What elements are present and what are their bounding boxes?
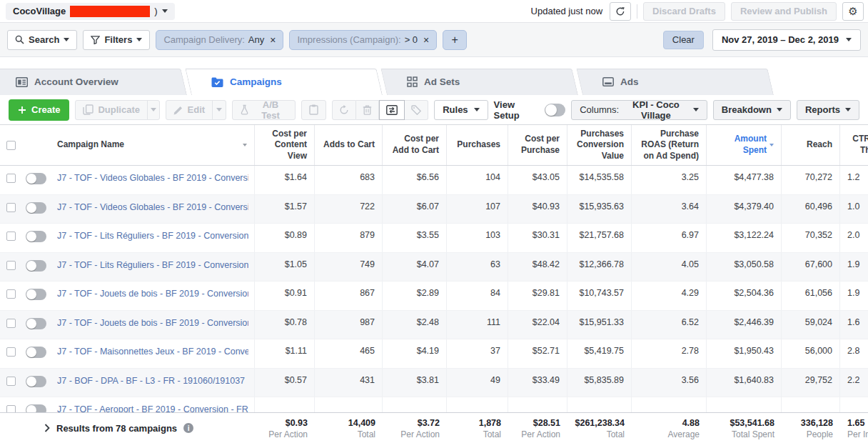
tab-label: Account Overview	[34, 76, 118, 87]
column-header[interactable]: Purchases	[447, 125, 508, 165]
reports-selector[interactable]: Reports	[797, 100, 859, 120]
metric-cell: 722	[315, 195, 383, 224]
checkbox-icon	[6, 405, 16, 412]
add-filter-button[interactable]: +	[443, 30, 467, 50]
columns-prefix: Columns:	[580, 104, 619, 115]
tab-campaigns[interactable]: Campaigns	[196, 69, 383, 95]
row-checkbox[interactable]	[0, 369, 21, 397]
row-checkbox[interactable]	[0, 166, 21, 194]
campaign-status-toggle[interactable]	[21, 224, 51, 252]
campaign-name-link[interactable]: J7 - TOF - Videos Globales - BF 2019 - C…	[57, 202, 248, 212]
select-all-checkbox[interactable]	[0, 125, 21, 165]
info-icon[interactable]	[183, 423, 193, 433]
campaign-status-toggle[interactable]	[21, 397, 51, 412]
campaign-status-toggle[interactable]	[21, 282, 51, 310]
edit-button[interactable]: Edit	[166, 101, 213, 119]
duplicate-dropdown[interactable]	[147, 101, 159, 119]
column-header[interactable]: Purchases Conversion Value	[567, 125, 632, 165]
metric-cell: 683	[315, 166, 383, 194]
metric-cell	[315, 397, 383, 412]
column-header[interactable]: CTR (Link Click-Through Rate)	[840, 125, 868, 165]
tab-ad-sets[interactable]: Ad Sets	[391, 69, 578, 95]
campaign-name-link[interactable]: J7 - TOF - Jouets de bois - BF 2019 - Co…	[57, 289, 248, 299]
discard-drafts-button[interactable]: Discard Drafts	[643, 2, 725, 21]
row-checkbox[interactable]	[0, 339, 21, 368]
campaign-status-toggle[interactable]	[21, 311, 51, 339]
column-header-label: Reach	[807, 139, 832, 151]
metric-cell: $48.42	[508, 253, 567, 282]
metric-cell: 987	[315, 311, 383, 339]
row-checkbox[interactable]	[0, 224, 21, 252]
ab-test-button[interactable]: A/B Test	[232, 100, 296, 120]
metric-cell: 2.0	[840, 224, 868, 252]
account-selector[interactable]: CocoVillage )	[6, 3, 175, 20]
campaign-name-link[interactable]: J7 - TOF - Maisonnettes Jeux - BF 2019 -…	[57, 347, 248, 357]
metric-cell: $12,366.78	[567, 253, 632, 282]
column-header[interactable]: Reach	[782, 125, 840, 165]
clear-filters-button[interactable]: Clear	[663, 31, 704, 49]
filters-button[interactable]: Filters	[83, 30, 150, 50]
rules-button[interactable]: Rules	[434, 100, 488, 120]
row-checkbox[interactable]	[0, 195, 21, 224]
expand-chevron-icon[interactable]	[44, 424, 50, 432]
campaign-status-toggle[interactable]	[21, 253, 51, 282]
breakdown-selector[interactable]: Breakdown	[713, 100, 791, 120]
settings-gear-button[interactable]: ⚙	[842, 2, 864, 21]
checkbox-icon	[6, 203, 16, 212]
review-publish-button[interactable]: Review and Publish	[731, 2, 837, 21]
campaign-name-link[interactable]: J7 - TOF - Aeroport - BF 2019 - Conversi…	[57, 404, 248, 412]
footer-total-cell: 4.88Average	[632, 413, 707, 443]
view-setup-toggle[interactable]	[545, 104, 565, 116]
topbar: CocoVillage ) Updated just now Discard D…	[0, 0, 868, 23]
refresh-button[interactable]	[610, 2, 631, 21]
create-button[interactable]: Create	[9, 99, 69, 121]
swap-arrows-icon	[386, 105, 398, 115]
column-header[interactable]: Cost per Content View	[255, 125, 315, 165]
tab-ads[interactable]: Ads	[587, 69, 774, 95]
column-header-campaign-name[interactable]: Campaign Name	[51, 125, 255, 165]
columns-selector[interactable]: Columns: KPI - Coco Village	[571, 100, 707, 120]
column-header[interactable]: Adds to Cart	[315, 125, 383, 165]
edit-dropdown[interactable]	[212, 101, 226, 119]
column-header[interactable]: Cost per Purchase	[508, 125, 567, 165]
campaign-name-link[interactable]: J7 - TOF - Jouets de bois - BF 2019 - Co…	[57, 318, 248, 328]
metric-cell: 2.78	[632, 339, 707, 368]
row-checkbox[interactable]	[0, 253, 21, 282]
duplicate-button[interactable]: Duplicate	[76, 101, 147, 119]
date-range-selector[interactable]: Nov 27, 2019 – Dec 2, 2019	[712, 29, 861, 51]
row-checkbox[interactable]	[0, 397, 21, 412]
metric-cell: $1.05	[255, 253, 315, 282]
campaign-name-link[interactable]: J7 - TOF - Lits Réguliers - BF 2019 - Co…	[57, 260, 248, 270]
row-checkbox[interactable]	[0, 282, 21, 310]
filter-pill-campaign-delivery[interactable]: Campaign Delivery: Any ×	[156, 30, 283, 50]
revert-button[interactable]	[332, 100, 356, 120]
metric-cell: 49	[447, 369, 508, 397]
metric-cell: $0.78	[255, 311, 315, 339]
delete-button[interactable]	[356, 100, 379, 120]
tag-button[interactable]	[405, 100, 428, 120]
search-button[interactable]: Search	[7, 30, 77, 50]
pill-value: Any	[248, 34, 264, 45]
toggle-off-icon	[26, 347, 46, 358]
campaign-status-toggle[interactable]	[21, 166, 51, 194]
metric-cell: 37	[447, 339, 508, 368]
row-checkbox[interactable]	[0, 311, 21, 339]
campaign-status-toggle[interactable]	[21, 195, 51, 224]
campaign-status-toggle[interactable]	[21, 339, 51, 368]
edit-placements-button[interactable]	[379, 100, 405, 120]
campaign-status-toggle[interactable]	[21, 369, 51, 397]
tab-account-overview[interactable]: Account Overview	[0, 69, 187, 95]
clipboard-button[interactable]	[301, 100, 326, 120]
campaign-name-link[interactable]: J7 - BOF - DPA - BF - L3 - FR - 191060/1…	[57, 376, 248, 386]
numeric-headers: Cost per Content ViewAdds to CartCost pe…	[255, 125, 868, 165]
close-icon[interactable]: ×	[423, 35, 429, 45]
campaign-name-link[interactable]: J7 - TOF - Videos Globales - BF 2019 - C…	[57, 173, 248, 183]
metric-cell	[383, 397, 447, 412]
column-header[interactable]: Cost per Add to Cart	[383, 125, 447, 165]
filter-pill-impressions[interactable]: Impressions (Campaign): > 0 ×	[289, 30, 437, 50]
column-header[interactable]: Purchase ROAS (Return on Ad Spend)	[632, 125, 707, 165]
campaign-name-link[interactable]: J7 - TOF - Lits Réguliers - BF 2019 - Co…	[57, 231, 248, 241]
metric-cell: $2.48	[383, 311, 447, 339]
column-header[interactable]: Amount Spent	[707, 125, 782, 165]
close-icon[interactable]: ×	[270, 35, 276, 45]
